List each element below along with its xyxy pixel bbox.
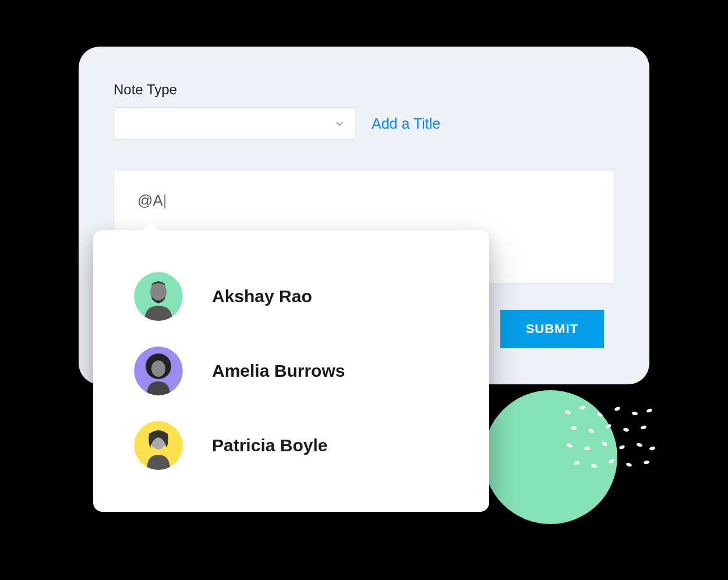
svg-point-14 [619, 444, 625, 450]
note-body-text: @A [137, 192, 163, 209]
svg-point-10 [640, 425, 646, 430]
note-type-label: Note Type [114, 82, 614, 98]
svg-point-9 [623, 427, 629, 432]
avatar [134, 421, 183, 470]
add-title-link[interactable]: Add a Title [372, 115, 440, 132]
svg-point-21 [644, 460, 650, 465]
form-top-row: Add a Title [114, 107, 614, 140]
chevron-down-icon [335, 119, 344, 128]
mention-suggestion[interactable]: Amelia Burrows [134, 334, 448, 408]
svg-point-20 [625, 462, 632, 467]
svg-point-5 [646, 408, 652, 413]
avatar [134, 272, 183, 321]
suggestion-name: Akshay Rao [212, 287, 312, 306]
decorative-green-circle [483, 390, 617, 524]
svg-point-15 [636, 443, 642, 448]
mention-suggestion[interactable]: Patricia Boyle [134, 408, 448, 483]
suggestion-name: Patricia Boyle [212, 436, 327, 455]
mention-suggestion[interactable]: Akshay Rao [134, 259, 448, 334]
text-cursor: | [163, 192, 167, 209]
submit-button[interactable]: SUBMIT [500, 310, 604, 348]
svg-point-4 [632, 411, 638, 416]
svg-point-27 [151, 360, 165, 377]
avatar [134, 346, 183, 395]
suggestion-name: Amelia Burrows [212, 361, 345, 381]
mention-suggestion-popover: Akshay Rao Amelia Burrows Patricia Boyle [93, 230, 489, 512]
svg-point-16 [649, 446, 655, 451]
note-type-select[interactable] [114, 107, 355, 140]
svg-point-3 [614, 406, 621, 412]
